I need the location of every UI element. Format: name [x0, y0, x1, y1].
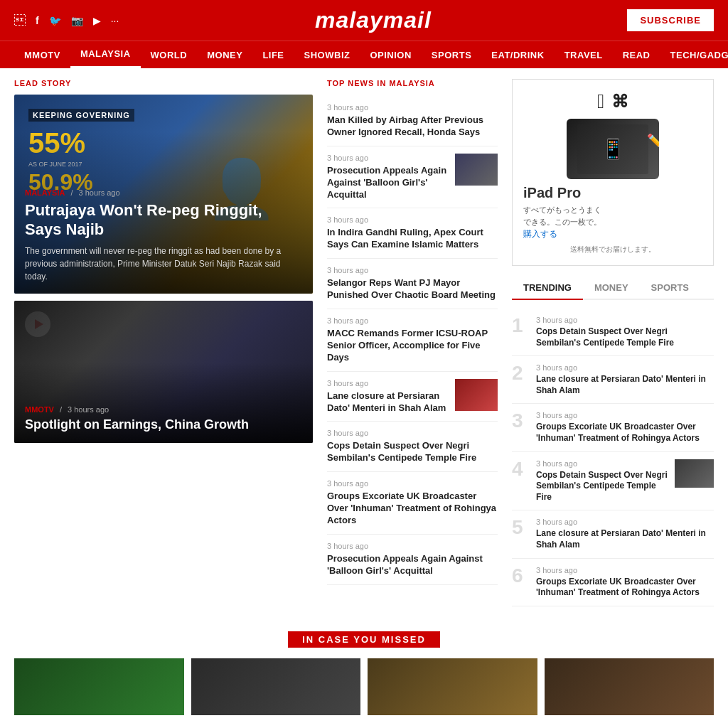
lead-time: 3 hours ago [79, 188, 120, 197]
facebook-icon[interactable]:  [14, 14, 26, 27]
news-title[interactable]: Lane closure at Persiaran Dato' Menteri … [327, 390, 449, 414]
subscribe-button[interactable]: SUBSCRIBE [627, 9, 714, 31]
youtube-icon[interactable]: ▶ [93, 15, 101, 26]
top-news-label: TOP NEWS IN MALAYSIA [327, 79, 498, 87]
nav-travel[interactable]: TRAVEL [555, 43, 613, 68]
ad-logo-icon: ⌘ [611, 92, 628, 112]
news-time: 3 hours ago [327, 215, 498, 224]
ad-footer: 送料無料でお届けします。 [523, 245, 702, 255]
news-time: 3 hours ago [327, 479, 498, 488]
nav-read[interactable]: READ [613, 43, 660, 68]
icym-item[interactable] [368, 658, 537, 715]
icym-item[interactable] [14, 658, 184, 715]
icym-item[interactable] [545, 658, 714, 715]
nav-eatdrink[interactable]: EAT/DRINK [481, 43, 554, 68]
news-thumbnail [455, 154, 498, 186]
news-item: 3 hours ago Man Killed by Airbag After P… [327, 96, 498, 146]
news-time: 3 hours ago [327, 266, 498, 274]
icym-label: IN CASE YOU MISSED [288, 631, 440, 648]
tab-money[interactable]: MONEY [583, 277, 640, 299]
nav-world[interactable]: WORLD [141, 43, 198, 68]
trend-number: 4 [512, 459, 529, 479]
news-time: 3 hours ago [327, 154, 449, 162]
news-time: 3 hours ago [327, 103, 498, 112]
trend-thumbnail [675, 459, 714, 488]
icym-item[interactable] [191, 658, 361, 715]
news-thumbnail [455, 379, 498, 411]
tab-trending[interactable]: TRENDING [512, 277, 583, 300]
trending-item: 1 3 hours ago Cops Detain Suspect Over N… [512, 309, 714, 356]
news-title[interactable]: Cops Detain Suspect Over Negri Sembilan'… [327, 440, 498, 464]
news-item: 3 hours ago Prosecution Appeals Again Ag… [327, 535, 498, 585]
news-title[interactable]: Selangor Reps Want PJ Mayor Punished Ove… [327, 277, 498, 301]
trend-time: 3 hours ago [536, 459, 668, 468]
news-time: 3 hours ago [327, 542, 498, 550]
news-item: 3 hours ago Lane closure at Persiaran Da… [327, 372, 498, 422]
video-title[interactable]: Spotlight on Earnings, China Growth [25, 417, 302, 432]
news-item-text: 3 hours ago Man Killed by Airbag After P… [327, 103, 498, 139]
news-time: 3 hours ago [327, 316, 498, 325]
icym-grid [14, 658, 714, 715]
news-item: 3 hours ago Groups Excoriate UK Broadcas… [327, 472, 498, 535]
ad-image: 📱 ✏️ [523, 119, 702, 179]
trend-number: 6 [512, 566, 529, 586]
site-logo[interactable]: malaymail [315, 7, 432, 33]
trend-number: 2 [512, 363, 529, 383]
news-item-text: 3 hours ago Selangor Reps Want PJ Mayor … [327, 266, 498, 301]
nav-malaysia[interactable]: MALAYSIA [70, 41, 141, 68]
news-item: 3 hours ago MACC Remands Former ICSU-ROA… [327, 309, 498, 372]
video-card[interactable]: MMOTV / 3 hours ago Spotlight on Earning… [14, 301, 313, 443]
twitter-icon[interactable]: 🐦 [49, 15, 61, 26]
trend-time: 3 hours ago [536, 518, 714, 526]
lead-title[interactable]: Putrajaya Won't Re-peg Ringgit, Says Naj… [25, 201, 302, 239]
trend-title[interactable]: Cops Detain Suspect Over Negri Sembilan'… [536, 326, 714, 348]
news-title[interactable]: Groups Excoriate UK Broadcaster Over 'In… [327, 491, 498, 527]
news-item-text: 3 hours ago In Indira Gandhi Ruling, Ape… [327, 215, 498, 251]
nav-sports[interactable]: SPORTS [422, 43, 481, 68]
news-title[interactable]: In Indira Gandhi Ruling, Apex Court Says… [327, 227, 498, 251]
nav-opinion[interactable]: OPINION [360, 43, 421, 68]
trending-item: 5 3 hours ago Lane closure at Persiaran … [512, 510, 714, 558]
trend-title[interactable]: Lane closure at Persiaran Dato' Menteri … [536, 374, 714, 396]
middle-column: TOP NEWS IN MALAYSIA 3 hours ago Man Kil… [327, 79, 498, 606]
nav-showbiz[interactable]: SHOWBIZ [294, 43, 360, 68]
trending-item: 3 3 hours ago Groups Excoriate UK Broadc… [512, 404, 714, 451]
trending-item: 4 3 hours ago Cops Detain Suspect Over N… [512, 452, 714, 511]
nav-techgadgets[interactable]: TECH/GADGETS [660, 43, 728, 68]
trend-content: 3 hours ago Groups Excoriate UK Broadcas… [536, 411, 714, 444]
instagram-icon[interactable]: 📷 [71, 15, 83, 26]
right-column:  ⌘ 📱 ✏️ iPad Pro すべてがもっとうまく できる。この一枚で。 … [512, 79, 714, 606]
news-title[interactable]: Prosecution Appeals Again Against 'Ballo… [327, 165, 449, 201]
ad-tagline-2: できる。この一枚で。 [523, 216, 702, 228]
trend-title[interactable]: Cops Detain Suspect Over Negri Sembilan'… [536, 470, 668, 503]
nav-life[interactable]: LIFE [252, 43, 294, 68]
nav-money[interactable]: MONEY [197, 43, 252, 68]
trend-number: 5 [512, 518, 529, 537]
more-icon[interactable]: ··· [111, 15, 119, 26]
trend-title[interactable]: Groups Excoriate UK Broadcaster Over 'In… [536, 577, 714, 599]
trend-time: 3 hours ago [536, 411, 714, 419]
lead-story-image[interactable]: KEEPING GOVERNING 55% AS OF JUNE 2017 50… [14, 95, 313, 294]
tab-sports[interactable]: SPORTS [640, 277, 700, 299]
news-item-text: 3 hours ago MACC Remands Former ICSU-ROA… [327, 316, 498, 364]
news-title[interactable]: MACC Remands Former ICSU-ROAP Senior Off… [327, 328, 498, 364]
news-title[interactable]: Prosecution Appeals Again Against 'Ballo… [327, 553, 498, 577]
news-item-text: 3 hours ago Lane closure at Persiaran Da… [327, 379, 449, 414]
trend-title[interactable]: Groups Excoriate UK Broadcaster Over 'In… [536, 422, 714, 444]
trending-item: 6 3 hours ago Groups Excoriate UK Broadc… [512, 559, 714, 606]
main-nav: MMOTV MALAYSIA WORLD MONEY LIFE SHOWBIZ … [0, 41, 728, 68]
video-overlay: MMOTV / 3 hours ago Spotlight on Earning… [14, 363, 313, 443]
advertisement:  ⌘ 📱 ✏️ iPad Pro すべてがもっとうまく できる。この一枚で。 … [512, 79, 714, 266]
facebook-icon[interactable]: f [36, 15, 39, 26]
trend-title[interactable]: Lane closure at Persiaran Dato' Menteri … [536, 528, 714, 550]
lead-badge: MALAYSIA [25, 188, 65, 197]
left-column: LEAD STORY KEEPING GOVERNING 55% AS OF J… [14, 79, 313, 606]
trending-item: 2 3 hours ago Lane closure at Persiaran … [512, 356, 714, 404]
site-header:  f 🐦 📷 ▶ ··· malaymail SUBSCRIBE [0, 0, 728, 41]
video-badge: MMOTV [25, 405, 54, 414]
nav-mmotv[interactable]: MMOTV [14, 43, 70, 68]
lead-overlay: MALAYSIA / 3 hours ago Putrajaya Won't R… [14, 132, 313, 294]
news-title[interactable]: Man Killed by Airbag After Previous Owne… [327, 114, 498, 139]
news-time: 3 hours ago [327, 379, 449, 387]
ad-link[interactable]: 購入する [523, 229, 557, 239]
